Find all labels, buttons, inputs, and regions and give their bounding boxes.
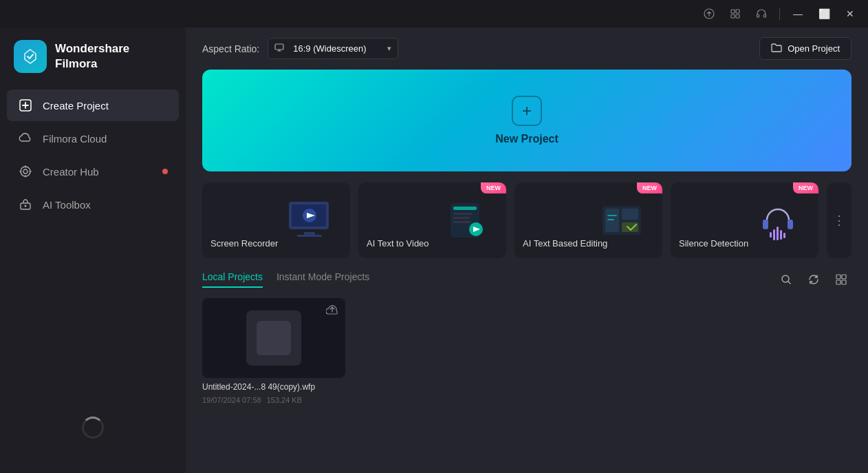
svg-rect-21 [453, 217, 470, 219]
main-content: Aspect Ratio: 16:9 (Widescreen) 4:3 1:1 … [186, 0, 868, 473]
headset-icon[interactable] [749, 3, 774, 25]
new-badge-silence-detection: NEW [793, 182, 818, 193]
svg-rect-22 [453, 221, 471, 223]
tool-cards-row: Screen Recorder NEW AI Text to Video [186, 182, 868, 269]
svg-rect-32 [777, 227, 779, 240]
silence-detection-image [737, 182, 818, 258]
new-badge-text-to-video: NEW [481, 182, 506, 193]
upload-icon[interactable] [697, 3, 721, 25]
titlebar-separator [779, 8, 780, 20]
svg-rect-27 [622, 222, 638, 232]
maximize-button[interactable]: ⬜ [812, 3, 836, 25]
thumb-inner [257, 321, 291, 355]
tool-card-silence-detection[interactable]: NEW Silence Detection [671, 182, 818, 258]
svg-rect-31 [773, 229, 775, 240]
projects-tabs-row: Local Projects Instant Mode Projects [186, 269, 868, 290]
sidebar-item-ai-toolbox[interactable]: AI Toolbox [7, 189, 179, 220]
open-project-label: Open Project [788, 43, 840, 54]
svg-rect-39 [842, 280, 846, 284]
svg-point-9 [23, 169, 28, 174]
ai-text-to-video-image [425, 182, 506, 258]
app-name: Wondershare Filmora [55, 41, 129, 72]
tab-instant-mode[interactable]: Instant Mode Projects [276, 271, 369, 288]
tool-card-screen-recorder[interactable]: Screen Recorder [202, 182, 350, 258]
close-button[interactable]: ✕ [838, 3, 862, 25]
grid-icon[interactable] [723, 3, 748, 25]
svg-rect-3 [731, 14, 735, 18]
svg-rect-29 [788, 220, 793, 229]
open-project-button[interactable]: Open Project [759, 37, 851, 60]
minimize-button[interactable]: — [785, 3, 810, 25]
sidebar-item-label: AI Toolbox [43, 199, 91, 211]
aspect-ratio-select-wrapper[interactable]: 16:9 (Widescreen) 4:3 1:1 9:16 21:9 ▾ [268, 38, 398, 59]
projects-grid: Untitled-2024-...8 49(copy).wfp 19/07/20… [186, 298, 868, 404]
new-project-plus-icon: + [512, 96, 542, 126]
new-project-label: New Project [495, 133, 558, 145]
svg-rect-17 [297, 235, 322, 237]
more-tools-button[interactable]: ⋮ [827, 182, 851, 258]
svg-point-11 [25, 205, 27, 207]
aspect-ratio-group: Aspect Ratio: 16:9 (Widescreen) 4:3 1:1 … [202, 38, 398, 59]
aspect-ratio-label: Aspect Ratio: [202, 43, 259, 54]
ai-text-based-editing-label: AI Text Based Editing [523, 238, 607, 250]
svg-rect-25 [605, 209, 619, 232]
new-project-banner[interactable]: + New Project [202, 70, 851, 171]
sidebar-navigation: Create Project Filmora Cloud Creator Hub [0, 90, 186, 220]
svg-rect-5 [757, 14, 759, 17]
sidebar-item-create-project[interactable]: Create Project [7, 90, 179, 121]
aspect-ratio-select[interactable]: 16:9 (Widescreen) 4:3 1:1 9:16 21:9 [268, 38, 398, 59]
loading-spinner [0, 396, 186, 459]
app-logo: Wondershare Filmora [0, 28, 186, 90]
svg-rect-16 [304, 232, 315, 235]
project-thumbnail [202, 298, 345, 378]
search-button[interactable] [776, 269, 796, 290]
thumb-shape [246, 311, 301, 366]
svg-rect-20 [453, 213, 473, 215]
svg-rect-38 [836, 280, 840, 284]
svg-rect-34 [783, 233, 785, 238]
tabs-actions [776, 269, 851, 290]
tool-card-ai-text-based-editing[interactable]: NEW AI Text Based Editing [514, 182, 662, 258]
topbar: Aspect Ratio: 16:9 (Widescreen) 4:3 1:1 … [186, 28, 868, 70]
svg-rect-19 [453, 207, 477, 210]
cloud-icon [18, 131, 33, 146]
project-meta: 19/07/2024 07:58 153.24 KB [202, 396, 345, 404]
sidebar-item-label: Create Project [43, 100, 109, 112]
svg-rect-30 [770, 232, 772, 238]
tab-local-projects[interactable]: Local Projects [202, 271, 263, 288]
titlebar-controls: — ⬜ ✕ [697, 3, 862, 25]
tabs-list: Local Projects Instant Mode Projects [202, 271, 369, 288]
svg-rect-4 [736, 14, 739, 18]
sidebar-item-label: Filmora Cloud [43, 133, 107, 145]
project-card[interactable]: Untitled-2024-...8 49(copy).wfp 19/07/20… [202, 298, 345, 404]
silence-detection-label: Silence Detection [679, 238, 748, 250]
svg-rect-28 [763, 220, 768, 229]
grid-view-button[interactable] [831, 269, 851, 290]
new-badge-text-based-editing: NEW [637, 182, 662, 193]
upload-cloud-icon [326, 305, 338, 319]
sidebar-item-creator-hub[interactable]: Creator Hub [7, 156, 179, 187]
sidebar-item-filmora-cloud[interactable]: Filmora Cloud [7, 123, 179, 154]
more-icon: ⋮ [833, 213, 845, 228]
refresh-button[interactable] [803, 269, 824, 290]
svg-rect-6 [764, 14, 766, 17]
create-project-icon [18, 98, 33, 113]
sidebar-item-label: Creator Hub [43, 166, 99, 178]
svg-rect-33 [780, 230, 782, 240]
screen-recorder-image [269, 182, 350, 258]
svg-rect-36 [836, 275, 840, 279]
ai-text-to-video-label: AI Text to Video [367, 238, 429, 250]
screen-recorder-label: Screen Recorder [210, 238, 278, 250]
ai-toolbox-icon [18, 197, 33, 212]
svg-rect-2 [736, 10, 739, 13]
svg-rect-37 [842, 275, 846, 279]
creator-hub-icon [18, 164, 33, 179]
spinner-animation [82, 417, 104, 439]
project-date: 19/07/2024 07:58 [202, 396, 261, 404]
titlebar: — ⬜ ✕ [0, 0, 868, 28]
folder-icon [771, 43, 782, 54]
tool-card-ai-text-to-video[interactable]: NEW AI Text to Video [358, 182, 506, 258]
svg-rect-1 [731, 10, 735, 13]
logo-icon [14, 40, 47, 73]
sidebar: Wondershare Filmora Create Project Filmo… [0, 0, 186, 473]
